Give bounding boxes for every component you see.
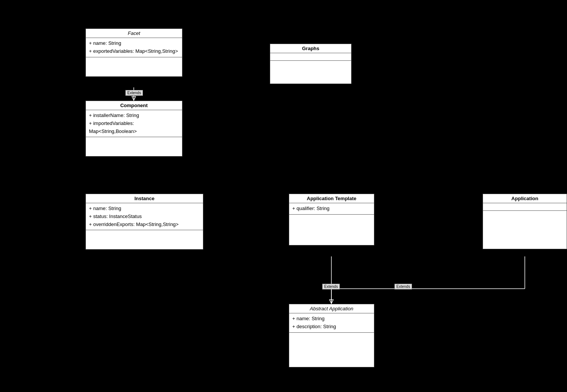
abstract-application-methods xyxy=(289,333,374,367)
extends-label-1: Extends xyxy=(125,90,143,96)
instance-attr-1: + name: String xyxy=(89,205,200,213)
application-methods xyxy=(483,211,567,249)
component-methods xyxy=(86,137,182,156)
graphs-title: Graphs xyxy=(270,44,351,53)
application-attributes xyxy=(483,203,567,211)
instance-methods xyxy=(86,230,203,249)
abstract-app-attr-2: + description: String xyxy=(292,323,371,331)
app-template-attributes: + qualifier: String xyxy=(289,203,374,215)
extends-label-2: Extends xyxy=(322,284,340,289)
component-attributes: + installerName: String + importedVariab… xyxy=(86,110,182,137)
instance-attr-3: + overriddenExports: Map<String,String> xyxy=(89,221,200,229)
graphs-methods xyxy=(270,61,351,84)
app-template-attr-1: + qualifier: String xyxy=(292,205,371,213)
component-attr-2: + importedVariables: Map<String,Boolean> xyxy=(89,120,179,136)
abstract-application-box: Abstract Application + name: String + de… xyxy=(289,304,374,367)
abstract-application-attributes: + name: String + description: String xyxy=(289,313,374,333)
extends-label-3: Extends xyxy=(394,284,412,289)
app-template-methods xyxy=(289,215,374,245)
graphs-attributes xyxy=(270,53,351,61)
abstract-app-attr-1: + name: String xyxy=(292,315,371,323)
abstract-application-title: Abstract Application xyxy=(289,304,374,313)
instance-attributes: + name: String + status: InstanceStatus … xyxy=(86,203,203,230)
app-template-title: Application Template xyxy=(289,194,374,203)
instance-box: Instance + name: String + status: Instan… xyxy=(86,194,203,250)
instance-title: Instance xyxy=(86,194,203,203)
component-box: Component + installerName: String + impo… xyxy=(86,101,182,156)
facet-attr-1: + name: String xyxy=(89,40,179,47)
component-title: Component xyxy=(86,101,182,110)
app-template-box: Application Template + qualifier: String xyxy=(289,194,374,245)
svg-marker-3 xyxy=(329,300,333,303)
facet-title: Facet xyxy=(86,29,182,38)
facet-attributes: + name: String + exportedVariables: Map<… xyxy=(86,38,182,57)
svg-marker-1 xyxy=(132,96,136,100)
application-box: Application xyxy=(483,194,567,249)
component-attr-1: + installerName: String xyxy=(89,112,179,120)
facet-attr-2: + exportedVariables: Map<String,String> xyxy=(89,47,179,55)
graphs-box: Graphs xyxy=(270,44,352,84)
facet-box: Facet + name: String + exportedVariables… xyxy=(86,28,182,77)
instance-attr-2: + status: InstanceStatus xyxy=(89,213,200,221)
facet-methods xyxy=(86,57,182,76)
application-title: Application xyxy=(483,194,567,203)
